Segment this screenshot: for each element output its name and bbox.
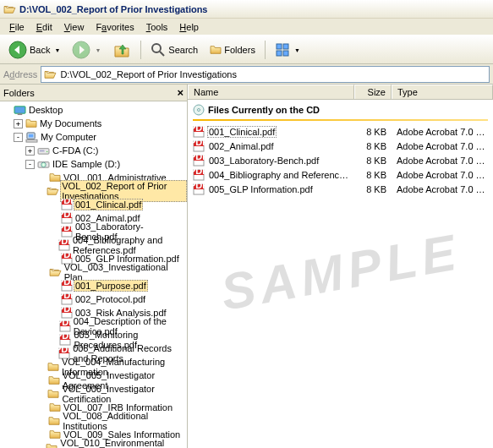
file-row[interactable]: 002_Animal.pdf8 KBAdobe Acrobat 7.0 … (188, 139, 493, 153)
pdf-icon (61, 293, 73, 305)
tree-label: 001_Purpose.pdf (74, 280, 148, 292)
folders-title: Folders (3, 88, 35, 98)
pdf-icon (193, 155, 205, 167)
file-size: 8 KB (354, 156, 392, 166)
file-size: 8 KB (354, 127, 392, 137)
back-dropdown-icon[interactable]: ▼ (54, 47, 60, 53)
menu-edit[interactable]: Edit (30, 20, 58, 34)
file-row[interactable]: 005_GLP Information.pdf8 KBAdobe Acrobat… (188, 182, 493, 196)
file-name: 003_Laboratory-Bench.pdf (207, 156, 320, 166)
pdf-icon (193, 183, 205, 195)
computer-icon (25, 132, 38, 143)
pdf-icon (193, 140, 205, 152)
views-button[interactable]: ▼ (270, 39, 305, 61)
cd-underline (193, 119, 488, 121)
up-button[interactable] (107, 37, 136, 63)
pdf-icon (59, 320, 71, 332)
file-size: 8 KB (354, 170, 392, 180)
tree-label: IDE Sample (D:) (51, 158, 122, 170)
views-icon (275, 42, 290, 57)
address-bar: Address D:\VOL_002_Report of Prior Inves… (0, 64, 493, 85)
address-label: Address (3, 69, 37, 79)
tree-item[interactable]: +My Documents (2, 117, 187, 130)
cd-group-header: Files Currently on the CD (188, 100, 493, 119)
toolbar: Back ▼ ▼ Search Folders ▼ (0, 36, 493, 64)
cd-icon (37, 159, 50, 169)
folder-icon (25, 118, 37, 128)
menu-file[interactable]: File (3, 20, 30, 34)
tree-toggle[interactable]: + (14, 119, 23, 128)
folders-close-button[interactable]: × (177, 86, 184, 99)
pdf-icon (61, 212, 73, 224)
forward-icon (72, 41, 90, 59)
files-pane: Name Size Type Files Currently on the CD… (188, 85, 493, 448)
drive-icon (37, 145, 50, 156)
folder-tree[interactable]: Desktop+My Documents-My Computer+C-FDA (… (0, 101, 187, 448)
file-name: 005_GLP Information.pdf (207, 184, 315, 194)
tree-label: My Documents (38, 117, 103, 129)
file-type: Adobe Acrobat 7.0 … (392, 127, 493, 137)
tree-toggle[interactable]: - (25, 160, 35, 169)
tree-item[interactable]: 002_Protocol.pdf (2, 292, 187, 306)
file-type: Adobe Acrobat 7.0 … (392, 156, 493, 166)
col-size[interactable]: Size (354, 85, 392, 99)
titlebar: D:\VOL_002_Report of Prior Investigation… (0, 0, 493, 19)
file-type: Adobe Acrobat 7.0 … (392, 141, 493, 151)
folders-header: Folders × (0, 85, 187, 101)
folder-icon (48, 375, 60, 385)
folder-open-icon (47, 186, 59, 196)
tree-item[interactable]: -My Computer (2, 130, 187, 144)
file-row[interactable]: 003_Laboratory-Bench.pdf8 KBAdobe Acroba… (188, 153, 493, 167)
menu-favorites[interactable]: Favorites (90, 20, 140, 34)
forward-button[interactable]: ▼ (67, 37, 106, 63)
col-name[interactable]: Name (188, 85, 354, 99)
folder-icon (47, 389, 59, 399)
tree-item[interactable]: VOL_010_Environmental Impact Assessment (2, 441, 187, 448)
search-label: Search (168, 45, 198, 55)
file-row[interactable]: 001_Clinical.pdf8 KBAdobe Acrobat 7.0 … (188, 124, 493, 139)
cd-icon (193, 104, 205, 116)
back-label: Back (30, 45, 50, 55)
tree-toggle[interactable]: + (25, 146, 35, 156)
cd-header-text: Files Currently on the CD (208, 105, 320, 115)
desktop-icon (14, 105, 26, 116)
menubar: File Edit View Favorites Tools Help (0, 19, 493, 36)
back-button[interactable]: Back ▼ (3, 37, 65, 63)
search-button[interactable]: Search (145, 39, 203, 61)
menu-help[interactable]: Help (173, 20, 205, 34)
pdf-icon (193, 169, 205, 181)
watermark: SAMPLE (216, 222, 465, 322)
file-name: 002_Animal.pdf (207, 141, 275, 151)
col-type[interactable]: Type (392, 85, 493, 99)
folders-pane: Folders × Desktop+My Documents-My Comput… (0, 85, 188, 448)
address-folder-icon (44, 69, 57, 79)
menu-tools[interactable]: Tools (140, 20, 174, 34)
tree-item[interactable]: VOL_008_Additional Institutions (2, 414, 187, 428)
tree-item[interactable]: +C-FDA (C:) (2, 144, 187, 157)
folder-icon (49, 172, 61, 183)
tree-item[interactable]: VOL_003_Investigational Plan (2, 265, 187, 279)
menu-view[interactable]: View (58, 20, 90, 34)
toolbar-sep-1 (140, 41, 141, 59)
file-type: Adobe Acrobat 7.0 … (392, 184, 493, 194)
tree-toggle[interactable]: - (14, 133, 23, 142)
tree-label: C-FDA (C:) (51, 145, 100, 156)
forward-dropdown-icon[interactable]: ▼ (95, 47, 101, 53)
folder-icon (47, 362, 59, 372)
folders-button[interactable]: Folders (205, 41, 260, 58)
folder-icon (48, 416, 60, 426)
tree-item[interactable]: 004_Bibliography and References.pdf (2, 238, 187, 252)
tree-item[interactable]: VOL_002_Report of Prior Investigations (2, 184, 187, 198)
tree-label: 002_Protocol.pdf (74, 293, 147, 305)
file-row[interactable]: 004_Bibliography and References.pdf8 KBA… (188, 167, 493, 182)
address-input[interactable]: D:\VOL_002_Report of Prior Investigation… (41, 66, 490, 83)
tree-label: 001_Clinical.pdf (74, 199, 143, 210)
file-type: Adobe Acrobat 7.0 … (392, 170, 493, 180)
tree-item[interactable]: VOL_006_Investigator Certification (2, 387, 187, 401)
views-dropdown-icon[interactable]: ▼ (294, 47, 300, 53)
tree-label: VOL_010_Environmental Impact Assessment (58, 437, 187, 448)
pdf-icon (61, 199, 73, 210)
folders-label: Folders (224, 45, 255, 55)
tree-item[interactable]: -IDE Sample (D:) (2, 157, 187, 171)
tree-item[interactable]: Desktop (2, 103, 187, 117)
